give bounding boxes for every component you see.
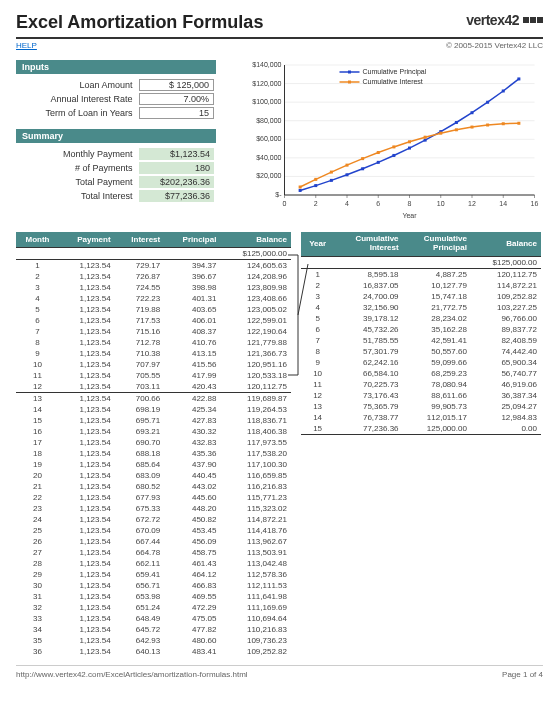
term-years-input[interactable]: 15 <box>139 107 214 119</box>
svg-rect-47 <box>455 121 458 124</box>
table-row: 331,123.54648.49475.05110,694.64 <box>16 613 291 624</box>
initial-balance: $125,000.00 <box>220 248 291 260</box>
svg-text:$60,000: $60,000 <box>256 135 281 142</box>
loan-amount-input[interactable]: $ 125,000 <box>139 79 214 91</box>
svg-rect-41 <box>361 167 364 170</box>
svg-text:6: 6 <box>376 200 380 207</box>
yearly-amortization-table: YearCumulativeInterestCumulativePrincipa… <box>301 232 541 435</box>
svg-text:$80,000: $80,000 <box>256 117 281 124</box>
table-row: 161,123.54693.21430.32118,406.38 <box>16 426 291 437</box>
logo-text: vertex42 <box>466 12 519 28</box>
table-row: 311,123.54653.98469.55111,641.98 <box>16 591 291 602</box>
table-row: 321,123.54651.24472.29111,169.69 <box>16 602 291 613</box>
svg-rect-51 <box>517 77 520 80</box>
table-row: 216,837.0510,127.79114,872.21 <box>301 280 541 291</box>
svg-text:$40,000: $40,000 <box>256 154 281 161</box>
svg-text:2: 2 <box>314 200 318 207</box>
svg-text:Year: Year <box>402 212 417 219</box>
col-header: Balance <box>471 232 541 256</box>
table-row: 11,123.54729.17394.37124,605.63 <box>16 260 291 272</box>
table-row: 251,123.54670.09453.45114,418.76 <box>16 525 291 536</box>
table-row: 1375,365.7999,905.7325,094.27 <box>301 401 541 412</box>
table-row: 351,123.54642.93480.60109,736.23 <box>16 635 291 646</box>
inputs-table: Loan Amount$ 125,000 Annual Interest Rat… <box>16 77 216 121</box>
table-row: 101,123.54707.97415.56120,951.16 <box>16 359 291 370</box>
amortization-chart: $-$20,000$40,000$60,000$80,000$100,000$1… <box>236 60 543 220</box>
table-row: 221,123.54677.93445.60115,771.23 <box>16 492 291 503</box>
summary-label: # of Payments <box>18 162 137 174</box>
table-row: 751,785.5542,591.4182,408.59 <box>301 335 541 346</box>
col-header: Month <box>16 232 59 248</box>
logo: vertex42 <box>466 12 543 28</box>
header-bar: Excel Amortization Formulas vertex42 <box>16 12 543 39</box>
table-row: 241,123.54672.72450.82114,872.21 <box>16 514 291 525</box>
table-row: 1170,225.7378,080.9446,919.06 <box>301 379 541 390</box>
initial-balance: $125,000.00 <box>471 256 541 268</box>
svg-text:$140,000: $140,000 <box>252 61 281 68</box>
table-row: 141,123.54698.19425.34119,264.53 <box>16 404 291 415</box>
svg-text:$20,000: $20,000 <box>256 172 281 179</box>
svg-text:Cumulative Interest: Cumulative Interest <box>363 78 423 85</box>
table-row: 41,123.54722.23401.31123,408.66 <box>16 293 291 304</box>
svg-text:10: 10 <box>437 200 445 207</box>
table-row: 539,178.1228,234.0296,766.00 <box>301 313 541 324</box>
svg-text:4: 4 <box>345 200 349 207</box>
col-header: Balance <box>220 232 291 248</box>
table-row: 645,732.2635,162.2889,837.72 <box>301 324 541 335</box>
table-row: 1273,176.4388,611.6636,387.34 <box>301 390 541 401</box>
table-row: 341,123.54645.72477.82110,216.83 <box>16 624 291 635</box>
logo-squares-icon <box>523 17 543 23</box>
table-row: 231,123.54675.33448.20115,323.02 <box>16 503 291 514</box>
svg-rect-60 <box>424 136 427 139</box>
svg-rect-65 <box>502 122 505 125</box>
table-row: 171,123.54690.70432.83117,973.55 <box>16 437 291 448</box>
svg-rect-56 <box>361 157 364 160</box>
table-row: 121,123.54703.11420.43120,112.75 <box>16 381 291 393</box>
table-row: 962,242.1659,099.6665,900.34 <box>301 357 541 368</box>
svg-text:12: 12 <box>468 200 476 207</box>
svg-rect-62 <box>455 128 458 131</box>
svg-rect-43 <box>392 154 395 157</box>
svg-rect-64 <box>486 124 489 127</box>
svg-text:$120,000: $120,000 <box>252 80 281 87</box>
table-row: 181,123.54688.18435.36117,538.20 <box>16 448 291 459</box>
interest-rate-input[interactable]: 7.00% <box>139 93 214 105</box>
total-payment-value: $202,236.36 <box>139 176 214 188</box>
svg-rect-52 <box>299 186 302 189</box>
table-row: 111,123.54705.55417.99120,533.18 <box>16 370 291 381</box>
table-row: 432,156.9021,772.75103,227.25 <box>301 302 541 313</box>
svg-rect-68 <box>348 71 351 74</box>
table-row: 324,700.0915,747.18109,252.82 <box>301 291 541 302</box>
table-row: 201,123.54683.09440.45116,659.85 <box>16 470 291 481</box>
footer: http://www.vertex42.com/ExcelArticles/am… <box>16 665 543 679</box>
footer-url: http://www.vertex42.com/ExcelArticles/am… <box>16 670 248 679</box>
col-header: Interest <box>115 232 165 248</box>
table-row: 261,123.54667.44456.09113,962.67 <box>16 536 291 547</box>
svg-rect-59 <box>408 140 411 143</box>
table-row: 71,123.54715.16408.37122,190.64 <box>16 326 291 337</box>
table-row: 857,301.7950,557.6074,442.40 <box>301 346 541 357</box>
svg-rect-50 <box>502 89 505 92</box>
table-row: 301,123.54656.71466.83112,111.53 <box>16 580 291 591</box>
help-link[interactable]: HELP <box>16 41 37 50</box>
svg-text:8: 8 <box>408 200 412 207</box>
svg-rect-37 <box>299 189 302 192</box>
table-row: 1476,738.77112,015.1712,984.83 <box>301 412 541 423</box>
svg-text:16: 16 <box>531 200 539 207</box>
table-row: 81,123.54712.78410.76121,779.88 <box>16 337 291 348</box>
svg-rect-44 <box>408 147 411 150</box>
summary-label: Total Interest <box>18 190 137 202</box>
svg-rect-38 <box>314 184 317 187</box>
table-row: 21,123.54726.87396.67124,208.96 <box>16 271 291 282</box>
svg-rect-48 <box>471 111 474 114</box>
svg-rect-55 <box>346 164 349 167</box>
svg-text:0: 0 <box>283 200 287 207</box>
col-header: Principal <box>164 232 220 248</box>
svg-rect-45 <box>424 139 427 142</box>
svg-text:$-: $- <box>275 191 282 198</box>
svg-rect-57 <box>377 151 380 154</box>
copyright-text: © 2005-2015 Vertex42 LLC <box>446 41 543 50</box>
col-header: CumulativeInterest <box>334 232 402 256</box>
page-title: Excel Amortization Formulas <box>16 12 263 33</box>
summary-label: Total Payment <box>18 176 137 188</box>
